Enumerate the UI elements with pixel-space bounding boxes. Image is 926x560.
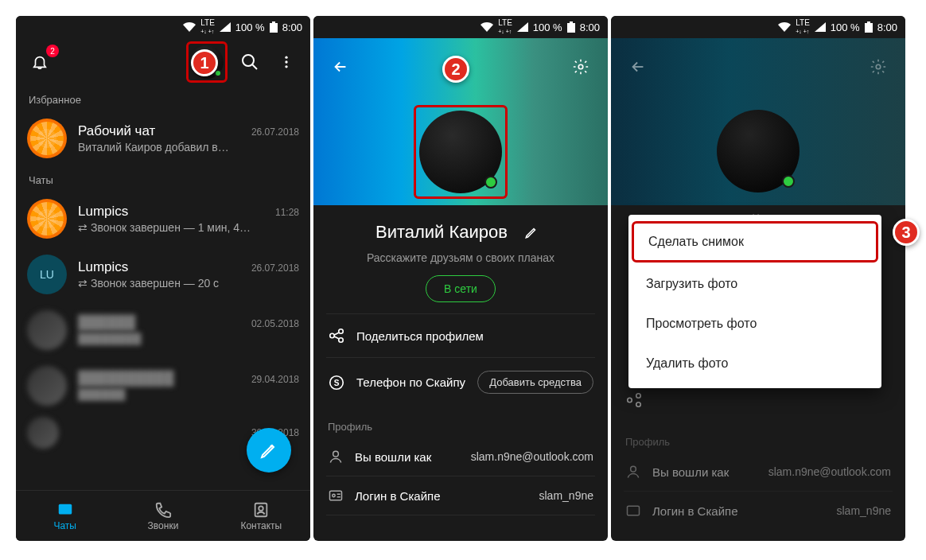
- menu-view-photo[interactable]: Просмотреть фото: [628, 304, 881, 344]
- cell-icon: [815, 22, 826, 32]
- svg-point-14: [339, 338, 344, 343]
- svg-text:S: S: [334, 378, 340, 387]
- nav-label: Звонки: [148, 520, 179, 531]
- call-icon: ⇄: [78, 277, 88, 290]
- svg-rect-0: [270, 23, 278, 33]
- menu-upload-photo[interactable]: Загрузить фото: [628, 264, 881, 304]
- chat-item[interactable]: Рабочий чат26.07.2018 Виталий Каиров доб…: [16, 111, 310, 166]
- nav-label: Чаты: [53, 520, 76, 531]
- status-pill[interactable]: В сети: [426, 275, 496, 302]
- clock-label: 8:00: [877, 21, 897, 33]
- nav-calls[interactable]: Звонки: [114, 491, 212, 541]
- id-icon: [328, 488, 344, 504]
- share-icon: [328, 327, 345, 344]
- svg-point-13: [339, 329, 344, 334]
- chat-item[interactable]: ██████████29.04.2018 ██████: [16, 358, 310, 414]
- favorites-header: Избранное: [16, 86, 310, 111]
- lte-label: LTE+↓ +↑: [498, 19, 512, 35]
- menu-take-photo[interactable]: Сделать снимок: [632, 221, 878, 262]
- chat-name: Рабочий чат: [78, 123, 155, 139]
- svg-rect-27: [628, 506, 640, 515]
- share-profile-row[interactable]: Поделиться профилем: [326, 313, 595, 357]
- skype-login-label: Логин в Скайпе: [355, 489, 441, 503]
- battery-label: 100 %: [831, 21, 860, 33]
- share-icon: [625, 391, 643, 409]
- add-funds-button[interactable]: Добавить средства: [477, 371, 593, 394]
- id-icon: [625, 503, 641, 519]
- back-button[interactable]: [326, 52, 355, 81]
- menu-delete-photo[interactable]: Удалить фото: [628, 344, 881, 383]
- chat-preview: ████████: [78, 332, 299, 345]
- profile-header-dimmed: [611, 38, 905, 205]
- screenshot-panel-2: LTE+↓ +↑ 100 % 8:00 Виталий Каиров Расск…: [313, 16, 608, 541]
- edit-name-button[interactable]: [517, 218, 546, 247]
- profile-avatar-button[interactable]: [414, 105, 508, 199]
- chat-preview: ⇄Звонок завершен — 1 мин, 4…: [78, 221, 299, 234]
- svg-rect-18: [330, 491, 342, 500]
- skype-phone-label: Телефон по Скайпу: [356, 375, 466, 389]
- chat-name: ██████: [78, 315, 135, 331]
- chat-date: 11:28: [275, 207, 299, 218]
- wifi-icon: [778, 22, 791, 32]
- skype-login-value: slam_n9ne: [837, 504, 892, 517]
- photo-menu: Сделать снимок Загрузить фото Просмотрет…: [628, 215, 881, 388]
- chat-item[interactable]: Lumpics11:28 ⇄Звонок завершен — 1 мин, 4…: [16, 191, 310, 247]
- chat-item[interactable]: LU Lumpics26.07.2018 ⇄Звонок завершен — …: [16, 247, 310, 302]
- chat-date: 02.05.2018: [251, 318, 299, 329]
- skype-login-row: Логин в Скайпе slam_n9ne: [624, 492, 893, 530]
- chat-avatar: [27, 199, 67, 239]
- avatar-image: [717, 110, 800, 192]
- chat-preview: ⇄Звонок завершен — 20 с: [78, 277, 299, 290]
- online-status-dot: [484, 176, 497, 189]
- screenshot-panel-1: LTE+↓ +↑ 100 % 8:00 2 Избранное Рабочий …: [16, 16, 310, 541]
- svg-rect-6: [58, 504, 72, 514]
- settings-button[interactable]: [864, 52, 893, 81]
- skype-login-value: slam_n9ne: [539, 489, 594, 502]
- clock-label: 8:00: [580, 21, 600, 33]
- person-icon: [625, 464, 641, 480]
- chat-name: Lumpics: [78, 204, 128, 220]
- battery-label: 100 %: [235, 21, 265, 33]
- svg-point-23: [628, 398, 632, 402]
- skype-phone-row[interactable]: S Телефон по Скайпу Добавить средства: [326, 358, 595, 406]
- signed-in-label: Вы вошли как: [652, 465, 729, 479]
- profile-section-title: Профиль: [624, 422, 893, 453]
- nav-contacts[interactable]: Контакты: [212, 491, 310, 541]
- signed-in-value: slam.n9ne@outlook.com: [471, 450, 593, 463]
- svg-point-3: [285, 56, 287, 59]
- svg-point-25: [636, 402, 641, 407]
- skype-login-label: Логин в Скайпе: [652, 504, 738, 518]
- profile-section-title: Профиль: [326, 406, 595, 438]
- chat-preview: ██████: [78, 388, 299, 401]
- svg-point-26: [631, 466, 636, 472]
- chats-header: 2: [16, 38, 310, 86]
- svg-rect-9: [567, 23, 575, 33]
- nav-chats[interactable]: Чаты: [16, 491, 114, 541]
- skype-icon: S: [328, 374, 345, 391]
- search-button[interactable]: [235, 48, 264, 76]
- back-button[interactable]: [624, 52, 652, 81]
- step-marker-2: 2: [442, 56, 469, 83]
- chat-item[interactable]: ██████02.05.2018 ████████: [16, 302, 310, 358]
- signed-in-row[interactable]: Вы вошли как slam.n9ne@outlook.com: [326, 438, 595, 476]
- lte-label: LTE+↓ +↑: [200, 19, 215, 35]
- screenshot-panel-3: LTE+↓ +↑ 100 % 8:00 Виталий Каиров Профи…: [611, 16, 905, 541]
- battery-icon: [567, 21, 575, 33]
- svg-point-11: [578, 64, 583, 69]
- profile-hint[interactable]: Расскажите друзьям о своих планах: [326, 251, 595, 264]
- svg-point-22: [876, 64, 881, 69]
- compose-fab[interactable]: [247, 428, 291, 472]
- settings-button[interactable]: [566, 52, 595, 81]
- svg-point-8: [259, 506, 264, 511]
- skype-login-row[interactable]: Логин в Скайпе slam_n9ne: [326, 476, 595, 515]
- notifications-button[interactable]: 2: [25, 48, 54, 76]
- status-bar: LTE+↓ +↑ 100 % 8:00: [611, 16, 905, 38]
- signed-in-row: Вы вошли как slam.n9ne@outlook.com: [624, 453, 893, 491]
- chat-avatar: [27, 310, 67, 350]
- svg-point-24: [636, 394, 641, 399]
- wifi-icon: [183, 22, 196, 32]
- cell-icon: [517, 22, 528, 32]
- more-button[interactable]: [272, 48, 301, 76]
- chat-avatar: [27, 417, 59, 449]
- signed-in-value: slam.n9ne@outlook.com: [768, 465, 891, 478]
